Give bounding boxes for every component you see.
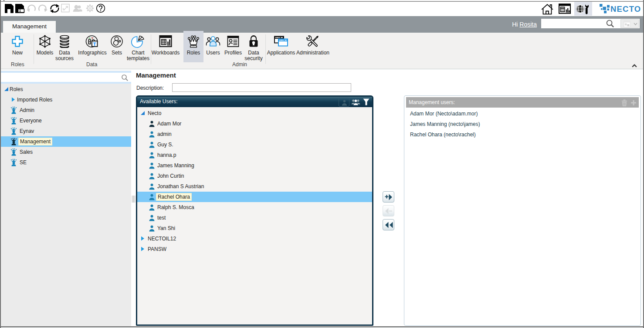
svg-text:NECTO: NECTO [610, 4, 641, 14]
